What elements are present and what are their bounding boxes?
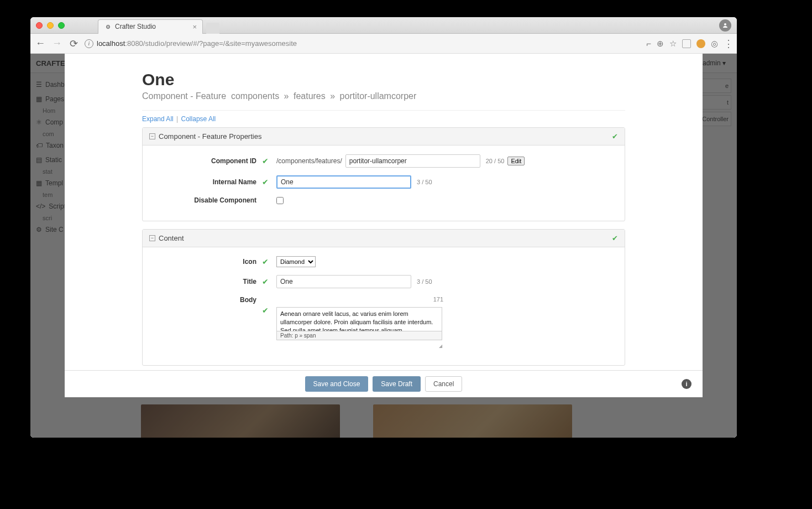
breadcrumb-sep-icon: » [284,91,289,101]
tab-title: Crafter Studio [115,23,156,30]
section-header-content[interactable]: − Content ✔ [143,230,625,247]
collapse-icon[interactable]: − [149,235,155,241]
breadcrumb-sep-icon: » [330,91,335,101]
tab-favicon: ⚙ [104,23,112,30]
traffic-lights [36,22,65,29]
collapse-icon[interactable]: − [149,133,155,139]
browser-tab[interactable]: ⚙ Crafter Studio × [98,19,203,34]
title-bar: ⚙ Crafter Studio × [30,17,737,34]
field-label: Disable Component [157,196,262,204]
check-icon: ✔ [262,157,276,165]
char-counter: 3 / 50 [417,278,432,285]
forward-button[interactable]: → [51,38,62,49]
url-host: localhost [97,39,125,48]
internal-name-input[interactable] [276,175,411,189]
expand-all-link[interactable]: Expand All [142,115,174,123]
check-icon: ✔ [262,178,276,186]
breadcrumb-p2: features [294,91,326,101]
cancel-button[interactable]: Cancel [425,376,462,392]
check-icon: ✔ [262,257,276,266]
section-title: Content [159,234,184,242]
field-row-internal-name: Internal Name ✔ 3 / 50 [157,175,610,189]
browser-window: ⚙ Crafter Studio × ← → ⟳ i localhost:808… [30,17,737,438]
address-bar-icons: ⌐ ⊕ ☆ ◎ ⋮ [646,38,732,50]
url-port: :8080 [125,39,143,48]
save-and-close-button[interactable]: Save and Close [305,376,369,392]
icon-select[interactable]: Diamond [276,256,316,267]
body-path: Path: p » span [277,331,442,340]
resize-handle-icon[interactable]: ◢ [276,344,443,349]
field-label: Component ID [157,157,262,165]
modal-footer: Save and Close Save Draft Cancel i [65,370,703,397]
field-label: Internal Name [157,178,262,186]
window-minimize-button[interactable] [47,22,54,29]
field-row-icon: Icon ✔ Diamond [157,256,610,267]
check-icon: ✔ [612,132,618,141]
path-prefix: /components/features/ [276,157,342,165]
reload-button[interactable]: ⟳ [68,38,79,50]
breadcrumb: Component - Feature components » feature… [142,91,625,101]
title-input[interactable] [276,275,411,288]
profile-icon[interactable] [719,19,731,32]
extension-icon-1[interactable] [682,39,691,48]
svg-point-0 [724,23,726,25]
new-tab-button[interactable] [206,23,219,34]
page-title: One [142,70,625,89]
breadcrumb-type: Component - Feature [142,91,226,101]
section-content: − Content ✔ Icon ✔ Diamond [142,229,625,366]
body-textarea[interactable]: Aenean ornare velit lacus, ac varius eni… [277,308,442,331]
char-counter: 20 / 50 [486,158,505,164]
field-row-component-id: Component ID ✔ /components/features/ 20 … [157,154,610,168]
section-body-content: Icon ✔ Diamond Title ✔ [143,247,625,365]
url-box[interactable]: i localhost:8080/studio/preview/#/?page=… [85,39,641,48]
window-close-button[interactable] [36,22,43,29]
field-row-title: Title ✔ 3 / 50 [157,275,610,288]
expand-collapse-row: Expand All | Collapse All [142,110,625,127]
field-label: Body [157,296,262,304]
body-editor: Aenean ornare velit lacus, ac varius eni… [276,307,442,340]
extension-icon-3[interactable]: ◎ [711,39,718,49]
check-icon: ✔ [262,277,276,286]
collapse-all-link[interactable]: Collapse All [181,115,216,123]
browser-menu-icon[interactable]: ⋮ [724,38,732,50]
disable-component-checkbox[interactable] [276,197,284,204]
body-char-count: 171 [276,296,443,303]
back-button[interactable]: ← [35,38,46,49]
site-info-icon[interactable]: i [85,39,93,48]
address-bar: ← → ⟳ i localhost:8080/studio/preview/#/… [30,34,737,54]
tab-strip: ⚙ Crafter Studio × [98,17,219,34]
edit-id-button[interactable]: Edit [507,157,525,165]
key-icon[interactable]: ⌐ [646,39,651,48]
check-icon: ✔ [612,234,618,242]
section-body-properties: Component ID ✔ /components/features/ 20 … [143,146,625,221]
extension-icon-2[interactable] [696,39,705,48]
zoom-icon[interactable]: ⊕ [657,39,664,49]
field-row-body: Body ✔ 171 Aenean ornare velit lacus, ac… [157,296,610,349]
section-header-properties[interactable]: − Component - Feature Properties ✔ [143,128,625,146]
field-label: Icon [157,258,262,266]
check-icon: ✔ [262,296,276,315]
component-id-input[interactable] [345,154,480,168]
field-row-disable: Disable Component [157,196,610,204]
char-counter: 3 / 50 [417,179,432,185]
section-properties: − Component - Feature Properties ✔ Compo… [142,127,625,221]
form-modal: One Component - Feature components » fea… [65,54,703,397]
breadcrumb-p3: portitor-ullamcorper [340,91,417,101]
bookmark-icon[interactable]: ☆ [669,39,677,49]
save-draft-button[interactable]: Save Draft [373,376,421,392]
url-path: /studio/preview/#/?page=/&site=myawesome… [143,39,297,48]
field-label: Title [157,278,262,285]
section-title: Component - Feature Properties [159,132,261,141]
window-zoom-button[interactable] [58,22,65,29]
divider: | [176,115,178,123]
modal-body[interactable]: One Component - Feature components » fea… [65,54,703,370]
info-icon[interactable]: i [682,379,691,389]
tab-close-icon[interactable]: × [192,23,197,31]
breadcrumb-p1: components [231,91,279,101]
